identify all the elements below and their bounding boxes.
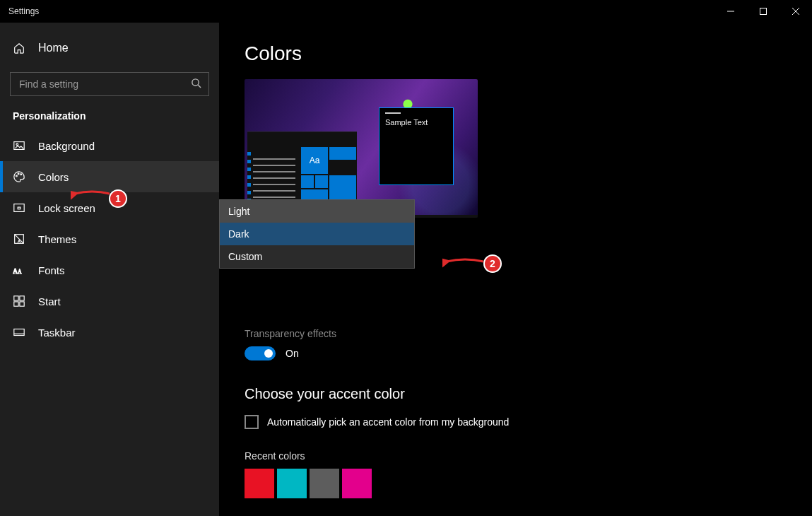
svg-point-7 — [16, 143, 18, 146]
sidebar-item-themes[interactable]: Themes — [0, 223, 219, 254]
close-button[interactable] — [779, 0, 812, 23]
svg-point-4 — [192, 79, 199, 86]
search-box[interactable] — [10, 72, 209, 96]
svg-point-10 — [20, 174, 22, 175]
color-swatch[interactable] — [245, 469, 274, 498]
search-input[interactable] — [18, 78, 191, 90]
svg-point-9 — [18, 173, 19, 175]
auto-accent-label: Automatically pick an accent color from … — [267, 416, 509, 428]
recent-color-swatches — [245, 469, 626, 498]
start-icon — [13, 295, 25, 307]
window-title: Settings — [8, 6, 39, 16]
home-label: Home — [38, 42, 69, 54]
svg-rect-18 — [14, 302, 18, 306]
toggle-knob — [264, 349, 273, 358]
recent-colors-label: Recent colors — [245, 450, 626, 462]
nav-label: Background — [38, 140, 95, 152]
fonts-icon: AA — [13, 264, 25, 276]
color-swatch[interactable] — [342, 469, 372, 498]
search-icon — [191, 78, 201, 90]
palette-icon — [13, 170, 25, 183]
transparency-state: On — [286, 348, 299, 359]
svg-rect-1 — [760, 8, 767, 15]
color-mode-dropdown[interactable]: Light Dark Custom — [219, 199, 415, 269]
color-swatch[interactable] — [310, 469, 339, 498]
dropdown-option-light[interactable]: Light — [220, 200, 414, 223]
nav-label: Colors — [38, 171, 69, 183]
nav-label: Themes — [38, 233, 76, 245]
color-swatch[interactable] — [277, 469, 307, 498]
svg-rect-20 — [14, 329, 24, 336]
sidebar: Home Personalization Background Colors L… — [0, 23, 219, 516]
preview-tile-aa: Aa — [301, 147, 328, 174]
nav-label: Taskbar — [38, 327, 76, 339]
maximize-button[interactable] — [747, 0, 779, 23]
nav-label: Fonts — [38, 264, 65, 276]
accent-heading: Choose your accent color — [245, 386, 626, 402]
svg-line-5 — [198, 85, 201, 88]
svg-text:A: A — [18, 269, 22, 275]
svg-rect-11 — [14, 204, 24, 212]
sidebar-item-fonts[interactable]: AA Fonts — [0, 254, 219, 286]
window-controls — [714, 0, 812, 23]
page-title: Colors — [245, 42, 812, 65]
sidebar-item-colors[interactable]: Colors — [0, 161, 219, 192]
title-bar: Settings — [0, 0, 812, 23]
dropdown-option-custom[interactable]: Custom — [220, 245, 414, 268]
svg-point-8 — [16, 175, 18, 177]
color-preview: Aa Sample Text — [245, 79, 478, 218]
lock-icon — [13, 201, 25, 214]
dropdown-option-dark[interactable]: Dark — [220, 223, 414, 245]
sidebar-item-taskbar[interactable]: Taskbar — [0, 317, 219, 348]
preview-sample-window: Sample Text — [379, 107, 454, 185]
svg-rect-19 — [20, 302, 24, 306]
sample-window-text: Sample Text — [379, 118, 453, 127]
sidebar-item-start[interactable]: Start — [0, 286, 219, 317]
svg-rect-17 — [20, 296, 24, 300]
main-content: Colors Aa — [219, 23, 812, 516]
taskbar-icon — [13, 326, 25, 339]
auto-accent-checkbox[interactable] — [245, 415, 259, 429]
svg-rect-16 — [14, 296, 18, 300]
image-icon — [13, 139, 25, 152]
transparency-toggle[interactable] — [245, 346, 276, 360]
nav-label: Start — [38, 295, 61, 307]
svg-rect-12 — [18, 207, 20, 209]
home-icon — [13, 42, 25, 54]
sidebar-item-background[interactable]: Background — [0, 130, 219, 161]
home-nav[interactable]: Home — [0, 31, 219, 65]
theme-icon — [13, 233, 25, 245]
minimize-button[interactable] — [714, 0, 747, 23]
section-title: Personalization — [0, 106, 219, 130]
transparency-label: Transparency effects — [245, 328, 626, 339]
sidebar-item-lock-screen[interactable]: Lock screen — [0, 192, 219, 223]
nav-label: Lock screen — [38, 202, 95, 214]
